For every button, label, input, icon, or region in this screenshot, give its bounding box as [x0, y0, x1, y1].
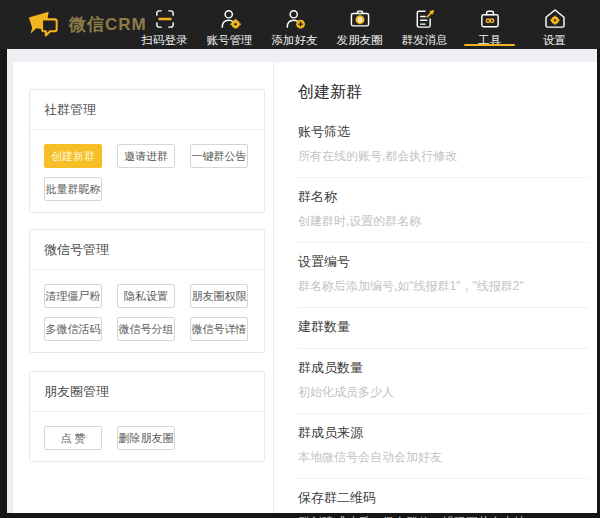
form-section-desc: 初始化成员多少人 — [298, 384, 589, 401]
form-section-desc: 本地微信号会自动会加好友 — [298, 449, 589, 466]
nav-item-扫码登录[interactable]: 扫码登录 — [132, 0, 197, 49]
form-section-设置编号: 设置编号 群名称后添加编号,如"线报群1"，"线报群2" — [298, 243, 589, 308]
sidebar-button-隐私设置[interactable]: 隐私设置 — [117, 284, 175, 308]
user-gear-icon — [217, 7, 243, 31]
form-section-群成员数量: 群成员数量 初始化成员多少人 — [298, 349, 589, 414]
top-navbar: 微信CRM 扫码登录 账号管理 添加好友 发朋友圈 群发消息 工具 设置 — [0, 0, 600, 49]
sidebar-button-多微信活码[interactable]: 多微信活码 — [44, 317, 102, 341]
nav-item-工具[interactable]: 工具 — [457, 0, 522, 49]
page-title: 创建新群 — [298, 82, 589, 103]
nav-item-label: 设置 — [543, 33, 566, 48]
user-add-icon — [282, 7, 308, 31]
sidebar-button-邀请进群[interactable]: 邀请进群 — [117, 144, 175, 168]
nav-item-群发消息[interactable]: 群发消息 — [392, 0, 457, 49]
nav-item-label: 群发消息 — [402, 33, 448, 48]
sidebar-card-title: 微信号管理 — [30, 230, 264, 270]
sidebar-card-朋友圈管理: 朋友圈管理 点 赞 删除朋友圈 — [29, 371, 265, 462]
sidebar-button-微信号详情[interactable]: 微信号详情 — [190, 317, 248, 341]
nav-item-label: 扫码登录 — [142, 33, 188, 48]
sidebar-card-title: 社群管理 — [30, 90, 264, 130]
sidebar-button-微信号分组[interactable]: 微信号分组 — [117, 317, 175, 341]
toolbox-icon — [477, 7, 503, 31]
sidebar-card-buttons: 创建新群 邀请进群 一键群公告 批量群昵称 — [30, 130, 264, 212]
form-section-label: 建群数量 — [298, 318, 589, 336]
nav-item-label: 工具 — [478, 33, 501, 48]
form-section-群名称: 群名称 创建群时,设置的群名称 — [298, 178, 589, 243]
qr-scan-icon — [152, 7, 178, 31]
message-edit-icon — [412, 7, 438, 31]
sidebar-card-社群管理: 社群管理 创建新群 邀请进群 一键群公告 批量群昵称 — [29, 89, 265, 213]
form-section-建群数量: 建群数量 — [298, 308, 589, 349]
form-section-label: 群名称 — [298, 188, 589, 206]
home-gear-icon — [542, 7, 568, 31]
form-section-desc: 群名称后添加编号,如"线报群1"，"线报群2" — [298, 278, 589, 295]
nav-item-label: 发朋友圈 — [337, 33, 383, 48]
content-panel: 社群管理 创建新群 邀请进群 一键群公告 批量群昵称 微信号管理 清理僵尸粉 隐… — [13, 62, 597, 513]
form-section-label: 保存群二维码 — [298, 489, 589, 507]
form-section-保存群二维码: 保存群二维码 群创建成功后，保存群的二维码图片在本地 — [298, 479, 589, 518]
nav-item-设置[interactable]: 设置 — [522, 0, 587, 49]
form-section-账号筛选: 账号筛选 所有在线的账号,都会执行修改 — [298, 113, 589, 178]
sidebar-card-微信号管理: 微信号管理 清理僵尸粉 隐私设置 朋友圈权限 多微信活码 微信号分组 微信号详情 — [29, 229, 265, 353]
form-section-desc: 所有在线的账号,都会执行修改 — [298, 148, 589, 165]
nav-item-添加好友[interactable]: 添加好友 — [262, 0, 327, 49]
form-section-desc: 创建群时,设置的群名称 — [298, 213, 589, 230]
sidebar-card-buttons: 点 赞 删除朋友圈 — [30, 412, 264, 461]
sidebar-button-清理僵尸粉[interactable]: 清理僵尸粉 — [44, 284, 102, 308]
nav-menu: 扫码登录 账号管理 添加好友 发朋友圈 群发消息 工具 设置 — [132, 0, 587, 49]
chat-bubbles-icon — [26, 9, 60, 41]
nav-item-label: 账号管理 — [207, 33, 253, 48]
form-section-label: 群成员来源 — [298, 424, 589, 442]
create-group-form: 创建新群 账号筛选 所有在线的账号,都会执行修改 群名称 创建群时,设置的群名称… — [273, 62, 597, 513]
form-section-desc: 群创建成功后，保存群的二维码图片在本地 — [298, 514, 589, 518]
form-sections: 账号筛选 所有在线的账号,都会执行修改 群名称 创建群时,设置的群名称 设置编号… — [298, 113, 589, 518]
sidebar-card-buttons: 清理僵尸粉 隐私设置 朋友圈权限 多微信活码 微信号分组 微信号详情 — [30, 270, 264, 352]
form-section-label: 设置编号 — [298, 253, 589, 271]
sidebar-button-批量群昵称[interactable]: 批量群昵称 — [44, 177, 102, 201]
nav-item-label: 添加好友 — [272, 33, 318, 48]
main-area: 社群管理 创建新群 邀请进群 一键群公告 批量群昵称 微信号管理 清理僵尸粉 隐… — [7, 49, 597, 513]
form-section-群成员来源: 群成员来源 本地微信号会自动会加好友 — [298, 414, 589, 479]
sidebar: 社群管理 创建新群 邀请进群 一键群公告 批量群昵称 微信号管理 清理僵尸粉 隐… — [13, 62, 273, 513]
brand: 微信CRM — [0, 9, 130, 41]
nav-item-账号管理[interactable]: 账号管理 — [197, 0, 262, 49]
nav-item-发朋友圈[interactable]: 发朋友圈 — [327, 0, 392, 49]
camera-icon — [347, 7, 373, 31]
sidebar-button-点赞[interactable]: 点 赞 — [44, 426, 102, 450]
sidebar-button-一键群公告[interactable]: 一键群公告 — [190, 144, 248, 168]
form-section-label: 群成员数量 — [298, 359, 589, 377]
sidebar-card-title: 朋友圈管理 — [30, 372, 264, 412]
sidebar-button-删除朋友圈[interactable]: 删除朋友圈 — [117, 426, 175, 450]
sidebar-button-创建新群[interactable]: 创建新群 — [44, 144, 102, 168]
sidebar-button-朋友圈权限[interactable]: 朋友圈权限 — [190, 284, 248, 308]
form-section-label: 账号筛选 — [298, 123, 589, 141]
